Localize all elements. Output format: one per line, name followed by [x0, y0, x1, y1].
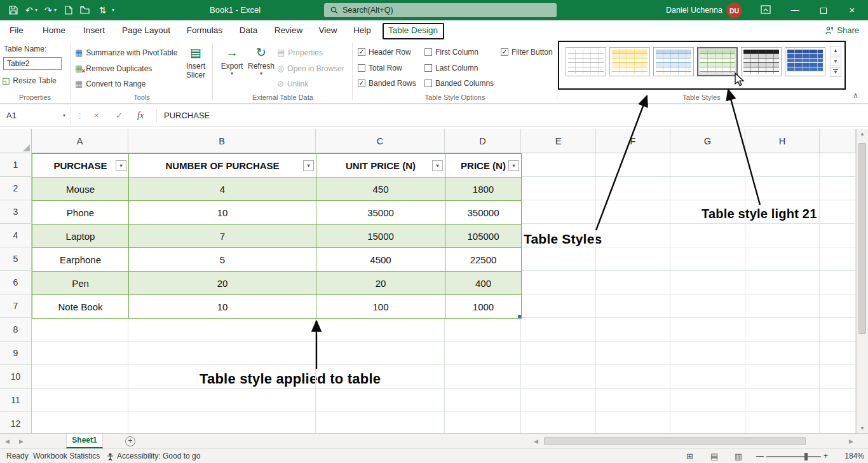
- qat-customize-icon[interactable]: ▾: [112, 0, 114, 20]
- row-header-4[interactable]: 4: [0, 224, 32, 247]
- tab-formulas[interactable]: Formulas: [186, 20, 224, 40]
- add-sheet-button[interactable]: +: [125, 436, 135, 446]
- tab-help[interactable]: Help: [352, 20, 372, 40]
- table-cell[interactable]: 20: [316, 272, 445, 295]
- table-cell[interactable]: 4: [129, 177, 316, 201]
- table-cell[interactable]: 350000: [445, 201, 522, 225]
- column-header-c[interactable]: C: [316, 129, 445, 153]
- enter-button[interactable]: ✓: [116, 107, 123, 125]
- style-thumbnail-blue-medium[interactable]: [785, 47, 825, 76]
- hscroll-left-icon[interactable]: ◀: [534, 434, 538, 449]
- tab-home[interactable]: Home: [41, 20, 67, 40]
- tab-page-layout[interactable]: Page Layout: [121, 20, 172, 40]
- redo-caret-icon[interactable]: ▾: [54, 0, 57, 20]
- table-cell[interactable]: 15000: [316, 225, 445, 248]
- tab-review[interactable]: Review: [273, 20, 304, 40]
- share-button[interactable]: Share: [825, 20, 859, 40]
- gallery-scroll-down-button[interactable]: ▼: [830, 57, 841, 66]
- style-thumbnail-light-yellow[interactable]: [609, 47, 650, 76]
- gallery-more-button[interactable]: ▼: [830, 67, 841, 77]
- tab-insert[interactable]: Insert: [82, 20, 106, 40]
- redo-icon[interactable]: ↷: [44, 0, 52, 20]
- formula-content[interactable]: PURCHASE: [164, 107, 210, 125]
- filter-button-price-n[interactable]: ▾: [508, 160, 519, 171]
- user-avatar[interactable]: DU: [726, 3, 742, 18]
- table-cell[interactable]: Phone: [32, 201, 129, 225]
- column-header-b[interactable]: B: [128, 129, 316, 153]
- table-cell[interactable]: 22500: [445, 248, 522, 272]
- filter-button-unit-price-n[interactable]: ▾: [432, 160, 443, 171]
- table-cell[interactable]: 10: [129, 295, 316, 319]
- formula-bar-splitter[interactable]: ⋮: [76, 107, 83, 125]
- zoom-slider-track[interactable]: [766, 456, 821, 457]
- row-header-5[interactable]: 5: [0, 247, 32, 271]
- tab-view[interactable]: View: [317, 20, 338, 40]
- table-cell[interactable]: 100: [316, 295, 445, 319]
- table-cell[interactable]: 450: [316, 177, 445, 201]
- tab-data[interactable]: Data: [238, 20, 259, 40]
- table-cell[interactable]: 20: [129, 272, 316, 295]
- row-header-11[interactable]: 11: [0, 389, 32, 412]
- column-header-e[interactable]: E: [521, 129, 596, 153]
- sheet-nav-right-icon[interactable]: ▶: [19, 434, 24, 449]
- column-header-partial[interactable]: [820, 129, 856, 153]
- cancel-button[interactable]: ×: [94, 107, 99, 125]
- table-cell[interactable]: Note Book: [32, 295, 129, 319]
- save-icon[interactable]: [9, 6, 18, 15]
- column-header-a[interactable]: A: [32, 129, 128, 153]
- search-box[interactable]: Search(Alt+Q): [324, 3, 557, 17]
- undo-caret-icon[interactable]: ▾: [35, 0, 37, 20]
- row-header-1[interactable]: 1: [0, 153, 32, 177]
- filter-button-purchase[interactable]: ▾: [116, 160, 126, 171]
- zoom-level[interactable]: 184%: [834, 449, 864, 463]
- row-header-10[interactable]: 10: [0, 365, 32, 389]
- collapse-ribbon-button[interactable]: ∧: [853, 91, 858, 100]
- zoom-slider-thumb[interactable]: [804, 453, 808, 460]
- select-all-corner[interactable]: [0, 129, 32, 153]
- table-cell[interactable]: 35000: [316, 201, 445, 225]
- row-header-3[interactable]: 3: [0, 200, 32, 224]
- tab-file[interactable]: File: [8, 20, 25, 40]
- sheet-tab-sheet1[interactable]: Sheet1: [66, 434, 103, 448]
- normal-view-button[interactable]: ⊞: [686, 449, 693, 463]
- table-cell[interactable]: 7: [129, 225, 316, 248]
- table-cell[interactable]: Laptop: [32, 225, 129, 248]
- table-cell[interactable]: 400: [445, 272, 522, 295]
- row-header-7[interactable]: 7: [0, 294, 32, 318]
- vscroll-down-icon[interactable]: ▼: [857, 425, 868, 431]
- name-box-caret-icon[interactable]: ▾: [63, 107, 65, 125]
- undo-icon[interactable]: ↶: [25, 0, 33, 20]
- vscroll-up-icon[interactable]: ▲: [857, 131, 868, 137]
- style-thumbnail-light-blue[interactable]: [653, 47, 694, 76]
- zoom-out-button[interactable]: —: [756, 449, 764, 463]
- table-cell[interactable]: Mouse: [32, 177, 129, 201]
- table-cell[interactable]: 5: [129, 248, 316, 272]
- style-thumbnail-dark[interactable]: [741, 47, 782, 76]
- row-header-8[interactable]: 8: [0, 318, 32, 342]
- user-name[interactable]: Daniel Uchenna: [666, 0, 722, 20]
- row-header-12[interactable]: 12: [0, 412, 32, 433]
- name-box[interactable]: A1 ▾: [0, 107, 71, 125]
- close-button[interactable]: ×: [841, 0, 863, 20]
- filter-button-number-of-purchase[interactable]: ▾: [303, 160, 314, 171]
- insert-function-button[interactable]: fx: [137, 107, 144, 125]
- sheet-nav-left-icon[interactable]: ◀: [5, 434, 10, 449]
- table-cell[interactable]: 1000: [445, 295, 522, 319]
- open-folder-icon[interactable]: [80, 6, 90, 14]
- table-cell[interactable]: Pen: [32, 272, 129, 295]
- table-cell[interactable]: Earphone: [32, 248, 129, 272]
- table-cell[interactable]: 10: [129, 201, 316, 225]
- hscroll-right-icon[interactable]: ▶: [849, 434, 853, 449]
- page-layout-view-button[interactable]: ▤: [710, 449, 718, 463]
- minimize-button[interactable]: —: [784, 0, 806, 20]
- row-header-6[interactable]: 6: [0, 271, 32, 294]
- column-header-g[interactable]: G: [670, 129, 745, 153]
- sort-icon[interactable]: ⇅: [99, 0, 107, 20]
- zoom-in-button[interactable]: +: [824, 449, 828, 463]
- column-header-d[interactable]: D: [445, 129, 521, 153]
- table-resize-handle[interactable]: [518, 315, 521, 318]
- vertical-scrollbar[interactable]: ▲ ▼: [856, 129, 868, 433]
- vscroll-thumb[interactable]: [858, 143, 866, 334]
- column-header-f[interactable]: F: [596, 129, 670, 153]
- new-file-icon[interactable]: [65, 6, 72, 15]
